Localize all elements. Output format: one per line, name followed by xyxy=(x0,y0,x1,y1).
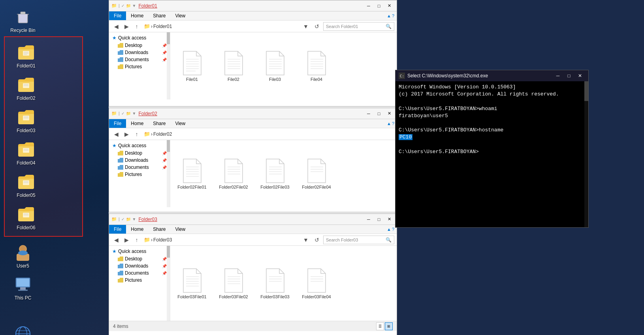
back-btn-2[interactable]: ◀ xyxy=(111,129,121,139)
explorer1-close[interactable]: ✕ xyxy=(384,2,394,10)
tab-file-3[interactable]: File xyxy=(109,225,126,234)
explorer2-maximize[interactable]: □ xyxy=(374,109,384,118)
tab-share-3[interactable]: Share xyxy=(148,225,170,234)
file-item-folder02file01[interactable]: Folder02File01 xyxy=(174,158,210,189)
forward-btn-1[interactable]: ▶ xyxy=(122,22,131,31)
sidebar-documents-1[interactable]: Documents 📌 xyxy=(109,56,170,63)
file-item-folder03file04[interactable]: Folder03File04 xyxy=(299,268,334,299)
folder03file02-label: Folder03File02 xyxy=(219,294,248,299)
file-item-folder03file01[interactable]: Folder03File01 xyxy=(174,268,210,299)
file-item-folder02file04[interactable]: Folder02File04 xyxy=(299,158,334,189)
file-item-folder02file03[interactable]: Folder02File03 xyxy=(257,158,293,189)
desktop-icon-user5[interactable]: User5 xyxy=(7,243,39,269)
tab-file-2[interactable]: File xyxy=(109,119,126,128)
sidebar-scrollbar-2[interactable] xyxy=(167,140,170,207)
explorer3-minimize[interactable]: ─ xyxy=(363,215,374,224)
sidebar-documents-2[interactable]: Documents 📌 xyxy=(109,164,170,171)
file-item-file01[interactable]: File01 xyxy=(174,51,210,82)
sidebar-pictures-1[interactable]: Pictures xyxy=(109,63,170,70)
explorer2-tabs: File Home Share View ▲ ? xyxy=(109,119,397,128)
search-box-3[interactable]: Search Folder03 🔍 xyxy=(323,236,394,244)
refresh-btn-3[interactable]: ↺ xyxy=(312,235,322,245)
up-btn-2[interactable]: ↑ xyxy=(132,129,141,139)
explorer1-maximize[interactable]: □ xyxy=(374,2,384,10)
forward-btn-3[interactable]: ▶ xyxy=(122,235,131,245)
tab-view-2[interactable]: View xyxy=(170,119,190,128)
file-item-file02[interactable]: File02 xyxy=(216,51,251,82)
explorer2-body: ★ Quick access Desktop 📌 Downloads 📌 Doc… xyxy=(109,140,397,207)
file-item-folder03file03[interactable]: Folder03File03 xyxy=(257,268,293,299)
back-btn-3[interactable]: ◀ xyxy=(111,235,121,245)
search-icon-3[interactable]: 🔍 xyxy=(386,237,392,243)
cmd-minimize[interactable]: ─ xyxy=(553,71,563,80)
forward-btn-2[interactable]: ▶ xyxy=(122,129,131,139)
tab-view-3[interactable]: View xyxy=(170,225,190,234)
desktop-icon-this-pc[interactable]: This PC xyxy=(7,275,39,301)
tab-home-3[interactable]: Home xyxy=(126,225,148,234)
search-box-1[interactable]: Search Folder01 🔍 xyxy=(323,22,394,31)
sidebar-documents-3[interactable]: Documents 📌 xyxy=(109,269,170,277)
explorer2-close[interactable]: ✕ xyxy=(384,109,394,118)
cmd-scrollbar[interactable] xyxy=(584,81,588,227)
explorer2-minimize[interactable]: ─ xyxy=(363,109,374,118)
toolbar-icon-3: 📁 xyxy=(111,217,117,222)
address-right-3: ▼ ↺ Search Folder03 🔍 xyxy=(301,235,394,245)
sidebar-desktop-1[interactable]: Desktop 📌 xyxy=(109,42,170,49)
desktop-icon-network[interactable]: Network xyxy=(7,324,39,335)
sidebar-downloads-2[interactable]: Downloads 📌 xyxy=(109,157,170,164)
this-pc-icon xyxy=(13,275,32,294)
explorer1-title: Folder01 xyxy=(139,3,157,9)
cmd-maximize[interactable]: □ xyxy=(564,71,574,80)
file-item-folder02file02[interactable]: Folder02File02 xyxy=(216,158,251,189)
cmd-line-1: Microsoft Windows [Version 10.0.15063] xyxy=(399,84,585,91)
explorer2-ribbon: File Home Share View ▲ ? xyxy=(109,119,397,128)
explorer1-help: ▲ ? xyxy=(387,11,397,20)
desktop-icon-folder06[interactable]: Folder06 xyxy=(10,204,42,230)
sidebar-pictures-3[interactable]: Pictures xyxy=(109,277,170,284)
back-btn-1[interactable]: ◀ xyxy=(111,22,121,31)
up-btn-1[interactable]: ↑ xyxy=(132,22,141,31)
sidebar-desktop-2[interactable]: Desktop 📌 xyxy=(109,150,170,157)
file-item-folder03file02[interactable]: Folder03File02 xyxy=(216,268,251,299)
sidebar-scrollbar-1[interactable] xyxy=(167,32,170,99)
path-breadcrumb-2: 📁 › Folder02 xyxy=(144,131,172,137)
view-details-btn[interactable]: ☰ xyxy=(376,322,384,330)
refresh-btn-1[interactable]: ↺ xyxy=(312,22,322,31)
explorers-container: 📁 | ✓ 📁 ▼ Folder01 ─ □ ✕ File Home Share… xyxy=(109,0,397,335)
dropdown-btn-3[interactable]: ▼ xyxy=(301,235,311,245)
tab-share-1[interactable]: Share xyxy=(148,11,170,20)
file-item-file03[interactable]: File03 xyxy=(257,51,293,82)
desktop-icon-folder04[interactable]: Folder04 xyxy=(10,140,42,166)
explorer3-close[interactable]: ✕ xyxy=(384,215,394,224)
tab-home-2[interactable]: Home xyxy=(126,119,148,128)
sidebar-downloads-1[interactable]: Downloads 📌 xyxy=(109,49,170,56)
sidebar-pictures-2[interactable]: Pictures xyxy=(109,171,170,178)
sidebar-downloads-3[interactable]: Downloads 📌 xyxy=(109,262,170,269)
cmd-close[interactable]: ✕ xyxy=(575,71,585,80)
tab-share-2[interactable]: Share xyxy=(148,119,170,128)
desktop-icon-recycle-bin[interactable]: Recycle Bin xyxy=(7,7,39,33)
sidebar-pics-label-2: Pictures xyxy=(125,172,142,177)
folder06-label: Folder06 xyxy=(17,225,35,230)
explorer1-minimize[interactable]: ─ xyxy=(363,2,374,10)
tab-view-1[interactable]: View xyxy=(170,11,190,20)
up-btn-3[interactable]: ↑ xyxy=(132,235,141,245)
desktop-icon-folder01[interactable]: Folder01 xyxy=(10,43,42,69)
tab-home-1[interactable]: Home xyxy=(126,11,148,20)
star-icon-3: ★ xyxy=(112,249,117,254)
sidebar-scrollbar-3[interactable] xyxy=(167,246,170,321)
sidebar-desktop-label-2: Desktop xyxy=(125,150,142,156)
desktop-icon-folder03[interactable]: Folder03 xyxy=(10,107,42,133)
search-icon-1[interactable]: 🔍 xyxy=(386,24,392,29)
explorer1-body: ★ Quick access Desktop 📌 Downloads 📌 Doc… xyxy=(109,32,397,99)
file-item-file04[interactable]: File04 xyxy=(299,51,334,82)
view-large-icons-btn[interactable]: ⊞ xyxy=(385,322,393,330)
sidebar-desktop-3[interactable]: Desktop 📌 xyxy=(109,255,170,262)
dropdown-btn-1[interactable]: ▼ xyxy=(301,22,311,31)
tab-file-1[interactable]: File xyxy=(109,11,126,20)
explorer3-body: ★ Quick access Desktop 📌 Downloads 📌 Doc… xyxy=(109,246,397,321)
explorer3-maximize[interactable]: □ xyxy=(374,215,384,224)
quick-access-header-3: ★ Quick access xyxy=(109,247,170,255)
desktop-icon-folder05[interactable]: Folder05 xyxy=(10,172,42,198)
desktop-icon-folder02[interactable]: Folder02 xyxy=(10,75,42,101)
